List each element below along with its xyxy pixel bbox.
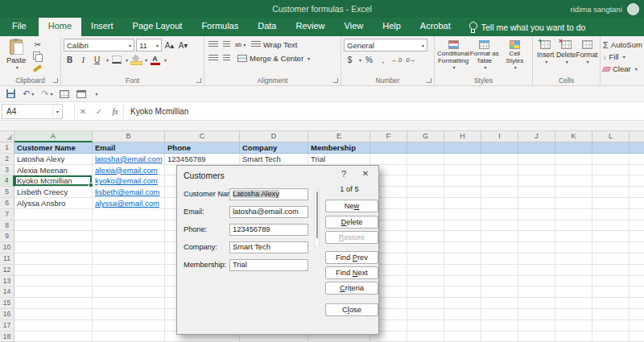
- row-header-10[interactable]: 10: [0, 242, 14, 253]
- column-header-m[interactable]: M: [630, 131, 644, 142]
- decrease-font-icon[interactable]: A▾: [177, 39, 189, 51]
- dialog-field-customer-name[interactable]: Latosha Alexy: [229, 188, 308, 200]
- name-box-dropdown-icon[interactable]: ▾: [52, 106, 62, 117]
- cell-A18[interactable]: [14, 332, 93, 342]
- alignment-dialog-launcher[interactable]: [333, 78, 338, 83]
- row-header-18[interactable]: 18: [0, 332, 14, 342]
- cell-A14[interactable]: [14, 286, 93, 298]
- cell-L12[interactable]: [592, 265, 630, 276]
- cell-I10[interactable]: [481, 242, 518, 253]
- cell-I13[interactable]: [481, 276, 518, 287]
- cell-I12[interactable]: [481, 265, 518, 276]
- dialog-field-phone[interactable]: 123456789: [229, 224, 308, 236]
- cell-F2[interactable]: [370, 154, 407, 165]
- cell-L5[interactable]: [592, 187, 630, 198]
- cell-I2[interactable]: [481, 154, 518, 165]
- fill-button[interactable]: ↓Fill▾: [603, 51, 644, 63]
- cell-G1[interactable]: [407, 142, 444, 154]
- cell-A6[interactable]: Alyssa Ansbro: [14, 198, 93, 209]
- row-header-5[interactable]: 5: [0, 187, 14, 198]
- row-header-17[interactable]: 17: [0, 320, 14, 332]
- cell-I11[interactable]: [481, 253, 518, 265]
- cell-A13[interactable]: [14, 276, 93, 287]
- tab-view[interactable]: View: [335, 18, 374, 36]
- cell-I3[interactable]: [481, 165, 518, 176]
- borders-button[interactable]: [110, 54, 122, 65]
- cell-K10[interactable]: [555, 242, 592, 253]
- underline-button[interactable]: U: [91, 54, 103, 65]
- row-header-1[interactable]: 1: [0, 142, 14, 154]
- tab-review[interactable]: Review: [286, 18, 334, 36]
- cell-K9[interactable]: [555, 231, 592, 242]
- cell-D1[interactable]: Company: [240, 142, 308, 154]
- cell-L13[interactable]: [592, 276, 630, 287]
- cell-K3[interactable]: [555, 165, 592, 176]
- cell-G14[interactable]: [407, 286, 444, 298]
- format-as-table-button[interactable]: Format as Table▾: [469, 39, 500, 72]
- undo-icon[interactable]: ↶▾: [23, 89, 34, 99]
- cell-I4[interactable]: [481, 175, 518, 187]
- cell-H10[interactable]: [444, 242, 481, 253]
- cell-K11[interactable]: [555, 253, 592, 265]
- cell-M13[interactable]: [630, 276, 644, 287]
- align-middle-icon[interactable]: [221, 39, 233, 50]
- cell-L18[interactable]: [592, 332, 630, 342]
- row-header-14[interactable]: 14: [0, 286, 14, 298]
- dialog-button-close[interactable]: Close: [325, 303, 378, 316]
- cell-M16[interactable]: [630, 309, 644, 320]
- cell-B1[interactable]: Email: [93, 142, 165, 154]
- row-header-7[interactable]: 7: [0, 209, 14, 220]
- cell-B8[interactable]: [93, 220, 165, 232]
- format-painter-icon[interactable]: [31, 63, 43, 74]
- tab-home[interactable]: Home: [39, 18, 81, 36]
- fill-color-button[interactable]: [130, 54, 142, 65]
- cell-J11[interactable]: [518, 253, 555, 265]
- cell-A10[interactable]: [14, 242, 93, 253]
- cell-A7[interactable]: [14, 209, 93, 220]
- increase-font-icon[interactable]: A▴: [163, 39, 175, 51]
- cell-M7[interactable]: [630, 209, 644, 220]
- row-header-2[interactable]: 2: [0, 154, 14, 165]
- row-header-13[interactable]: 13: [0, 276, 14, 287]
- cell-I9[interactable]: [481, 231, 518, 242]
- cell-B12[interactable]: [93, 265, 165, 276]
- cell-J4[interactable]: [518, 175, 555, 187]
- cell-A1[interactable]: Customer Name: [14, 142, 93, 154]
- cell-J6[interactable]: [518, 198, 555, 209]
- cell-B5[interactable]: lisbeth@email.com: [93, 187, 165, 198]
- account-area[interactable]: ridima sangtani: [571, 0, 639, 18]
- cell-M1[interactable]: [630, 142, 644, 154]
- cell-H7[interactable]: [444, 209, 481, 220]
- font-color-button[interactable]: A: [149, 54, 161, 65]
- cut-icon[interactable]: ✂: [31, 39, 43, 50]
- cell-L7[interactable]: [592, 209, 630, 220]
- cell-A12[interactable]: [14, 265, 93, 276]
- clear-button[interactable]: Clear▾: [603, 63, 644, 75]
- cell-H6[interactable]: [444, 198, 481, 209]
- cell-K4[interactable]: [555, 175, 592, 187]
- cell-I1[interactable]: [481, 142, 518, 154]
- cell-J12[interactable]: [518, 265, 555, 276]
- increase-decimal-button[interactable]: ←.0: [390, 54, 402, 65]
- cell-J8[interactable]: [518, 220, 555, 232]
- record-scrollbar[interactable]: [314, 189, 320, 247]
- cell-J13[interactable]: [518, 276, 555, 287]
- cell-K14[interactable]: [555, 286, 592, 298]
- cell-K2[interactable]: [555, 154, 592, 165]
- cell-K1[interactable]: [555, 142, 592, 154]
- cell-H12[interactable]: [444, 265, 481, 276]
- cell-K12[interactable]: [555, 265, 592, 276]
- cell-I7[interactable]: [481, 209, 518, 220]
- avatar[interactable]: [627, 3, 639, 15]
- column-header-e[interactable]: E: [308, 131, 370, 142]
- cell-B11[interactable]: [93, 253, 165, 265]
- cell-G18[interactable]: [407, 332, 444, 342]
- dialog-field-membership[interactable]: Trial: [229, 259, 308, 271]
- cell-M15[interactable]: [630, 298, 644, 309]
- cell-J16[interactable]: [518, 309, 555, 320]
- cell-M4[interactable]: [630, 175, 644, 187]
- cell-G10[interactable]: [407, 242, 444, 253]
- cell-H14[interactable]: [444, 286, 481, 298]
- cell-A9[interactable]: [14, 231, 93, 242]
- cell-G13[interactable]: [407, 276, 444, 287]
